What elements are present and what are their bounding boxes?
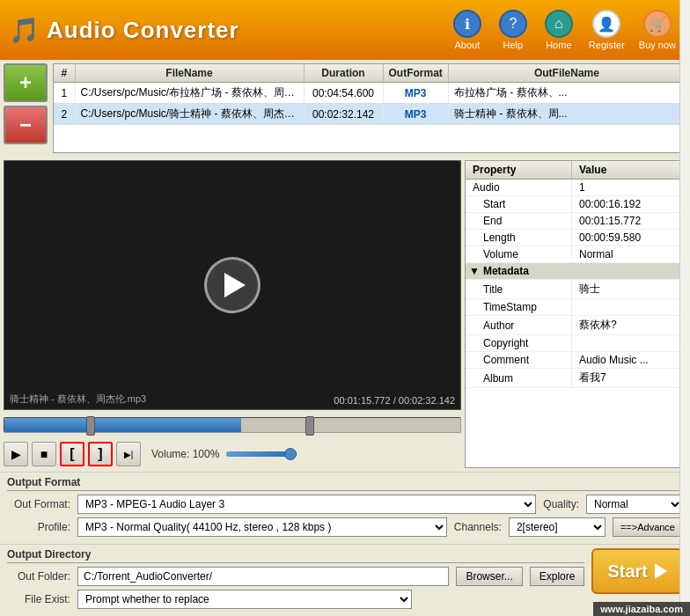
table-row[interactable]: 1 C:/Users/pc/Music/布拉格广场 - 蔡依林、周杰伦.flac…	[54, 83, 686, 104]
row-filename: C:/Users/pc/Music/布拉格广场 - 蔡依林、周杰伦.flac	[75, 83, 304, 104]
start-label: Start	[607, 561, 648, 582]
channels-select[interactable]: 2[stereo]	[509, 517, 606, 537]
seek-handle-left[interactable]	[86, 416, 95, 436]
prop-value: 00:01:15.772	[572, 213, 686, 230]
list-item: Copyright	[466, 335, 686, 352]
row-num: 2	[54, 104, 75, 125]
prop-value: 00:00:16.192	[572, 196, 686, 213]
prop-key: Album	[466, 369, 572, 388]
volume-slider[interactable]	[226, 451, 297, 457]
nav-help-label: Help	[503, 40, 524, 50]
help-icon: ?	[499, 10, 527, 38]
advance-button[interactable]: ==>Advance	[613, 517, 683, 537]
home-icon: ⌂	[545, 10, 573, 38]
nav-about[interactable]: ℹ About	[446, 6, 488, 54]
list-item: Start 00:00:16.192	[466, 196, 686, 213]
prop-value: 看我7	[572, 369, 686, 388]
nav-register[interactable]: 👤 Register	[584, 6, 630, 54]
out-folder-row: Out Folder: Browser... Explore	[7, 567, 584, 586]
seek-handle-right[interactable]	[305, 416, 314, 436]
explore-button[interactable]: Explore	[530, 567, 585, 586]
file-buttons: + −	[4, 63, 49, 153]
prop-key: TimeStamp	[466, 299, 572, 316]
prop-key: Copyright	[466, 335, 572, 352]
out-format-select[interactable]: MP3 - MPEG-1 Audio Layer 3	[77, 495, 536, 514]
file-exist-field-label: File Exist:	[7, 593, 70, 605]
prop-key: End	[466, 213, 572, 230]
prop-value: 蔡依林?	[572, 316, 686, 335]
quality-select[interactable]: Normal	[586, 495, 683, 514]
prop-key: Title	[466, 280, 572, 299]
list-item: Title 骑士	[466, 280, 686, 299]
out-folder-field-label: Out Folder:	[7, 570, 70, 583]
list-item: Comment Audio Music ...	[466, 352, 686, 369]
seek-area	[4, 414, 461, 436]
list-item: Audio 1	[466, 180, 686, 196]
nav-home-label: Home	[546, 40, 571, 50]
col-num: #	[54, 64, 75, 83]
row-duration: 00:04:54.600	[304, 83, 383, 104]
row-num: 1	[54, 83, 75, 104]
table-row[interactable]: 2 C:/Users/pc/Music/骑士精神 - 蔡依林、周杰伦.mp3 0…	[54, 104, 686, 125]
prop-key: Comment	[466, 352, 572, 369]
nav-home[interactable]: ⌂ Home	[538, 6, 580, 54]
prop-value	[572, 299, 686, 316]
file-exist-select[interactable]: Prompt whether to replace	[77, 590, 412, 609]
row-outformat: MP3	[383, 83, 448, 104]
col-outfilename: OutFileName	[448, 64, 685, 83]
seek-bar[interactable]	[4, 417, 461, 433]
play-triangle-icon	[224, 273, 246, 297]
list-item: End 00:01:15.772	[466, 213, 686, 230]
play-button[interactable]: ▶	[4, 442, 28, 466]
file-table: # FileName Duration OutFormat OutFileNam…	[53, 63, 686, 153]
start-area: Start	[591, 548, 683, 594]
list-item: Album 看我7	[466, 369, 686, 388]
prop-col-value: Value	[572, 161, 686, 180]
nav-buynow-label: Buy now	[639, 40, 676, 50]
seek-fill	[4, 418, 241, 432]
stop-button[interactable]: ■	[32, 442, 56, 466]
out-format-row: Out Format: MP3 - MPEG-1 Audio Layer 3 Q…	[7, 495, 683, 514]
start-button[interactable]: Start	[591, 548, 683, 594]
current-time: 00:01:15.772	[334, 395, 390, 406]
profile-field-label: Profile:	[7, 521, 70, 533]
video-player: 骑士精神 - 蔡依林、周杰伦.mp3 00:01:15.772 / 00:02:…	[4, 160, 461, 410]
prop-key: Audio	[466, 180, 572, 196]
mark-in-button[interactable]: [	[60, 442, 84, 466]
start-arrow-icon	[655, 563, 667, 579]
profile-select[interactable]: MP3 - Normal Quality( 44100 Hz, stereo ,…	[77, 517, 447, 537]
row-filename: C:/Users/pc/Music/骑士精神 - 蔡依林、周杰伦.mp3	[75, 104, 304, 125]
remove-file-button[interactable]: −	[4, 106, 48, 144]
prop-value: 1	[572, 180, 686, 196]
col-filename: FileName	[75, 64, 304, 83]
transport-controls: ▶ ■ [ ] ▶| Volume: 100%	[4, 440, 461, 468]
mark-out-button[interactable]: ]	[88, 442, 113, 466]
quality-field-label: Quality:	[543, 498, 579, 510]
add-file-button[interactable]: +	[4, 63, 48, 102]
player-area: 骑士精神 - 蔡依林、周杰伦.mp3 00:01:15.772 / 00:02:…	[4, 160, 461, 468]
browse-button[interactable]: Browser...	[456, 567, 522, 586]
out-folder-input[interactable]	[77, 567, 449, 586]
player-time: 00:01:15.772 / 00:02:32.142	[334, 395, 455, 406]
middle-section: 骑士精神 - 蔡依林、周杰伦.mp3 00:01:15.772 / 00:02:…	[0, 157, 690, 472]
prop-value: 骑士	[572, 280, 686, 299]
buynow-icon: 🛒	[643, 10, 672, 38]
prop-key: Volume	[466, 246, 572, 263]
app-header: 🎵 Audio Converter ℹ About ? Help ⌂ Home …	[0, 0, 690, 60]
next-button[interactable]: ▶|	[116, 442, 141, 466]
nav-help[interactable]: ? Help	[492, 6, 534, 54]
nav-buynow[interactable]: 🛒 Buy now	[634, 6, 681, 54]
app-title: Audio Converter	[47, 17, 239, 44]
row-outfilename: 骑士精神 - 蔡依林、周...	[448, 104, 685, 125]
file-exist-row: File Exist: Prompt whether to replace	[7, 590, 584, 609]
prop-key: Author	[466, 316, 572, 335]
nav-about-label: About	[454, 40, 480, 50]
file-list-area: + − # FileName Duration OutFormat OutFil…	[0, 60, 690, 157]
prop-value	[572, 335, 686, 352]
nav-register-label: Register	[589, 40, 625, 50]
channels-field-label: Channels:	[454, 521, 502, 533]
list-item: Volume Normal	[466, 246, 686, 263]
output-dir-section: Output Directory Out Folder: Browser... …	[7, 548, 584, 612]
play-overlay-button[interactable]	[204, 257, 261, 313]
volume-handle[interactable]	[284, 448, 297, 460]
